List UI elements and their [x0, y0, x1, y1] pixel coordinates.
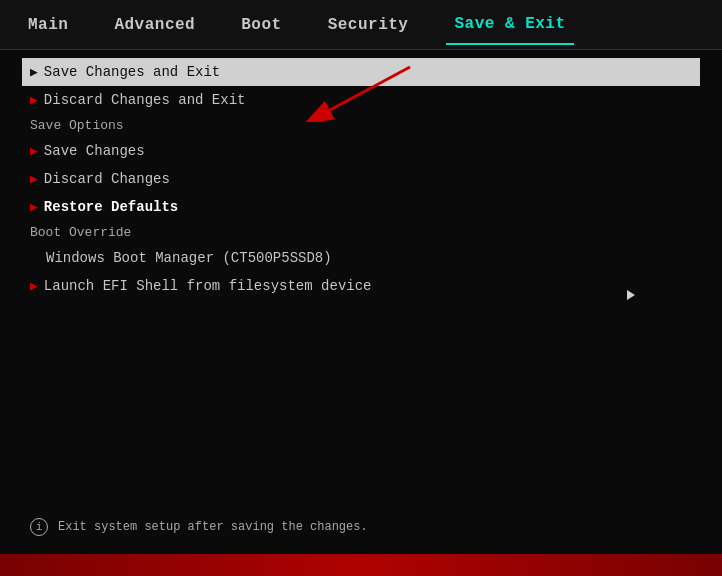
menu-row-discard-changes[interactable]: ▶ Discard Changes	[30, 165, 692, 193]
main-content: ▶ Save Changes and Exit ▶ Discard Change…	[0, 50, 722, 308]
nav-item-advanced[interactable]: Advanced	[106, 6, 203, 44]
menu-row-windows-boot-manager[interactable]: Windows Boot Manager (CT500P5SSD8)	[30, 244, 692, 272]
row-label-save-changes: Save Changes	[44, 143, 145, 159]
row-label-restore-defaults: Restore Defaults	[44, 199, 178, 215]
menu-row-efi-shell[interactable]: ▶ Launch EFI Shell from filesystem devic…	[30, 272, 692, 300]
row-label-discard-exit: Discard Changes and Exit	[44, 92, 246, 108]
bottom-bar	[0, 554, 722, 576]
menu-row-restore-defaults[interactable]: ▶ Restore Defaults	[30, 193, 692, 221]
nav-bar: Main Advanced Boot Security Save & Exit	[0, 0, 722, 50]
row-label-efi-shell: Launch EFI Shell from filesystem device	[44, 278, 372, 294]
row-label-save-exit: Save Changes and Exit	[44, 64, 220, 80]
section-label-save-options: Save Options	[30, 118, 124, 133]
nav-item-save-exit[interactable]: Save & Exit	[446, 5, 573, 45]
footer-text: Exit system setup after saving the chang…	[58, 520, 368, 534]
chevron-icon-2: ▶	[30, 92, 38, 108]
footer: i Exit system setup after saving the cha…	[30, 518, 368, 536]
row-label-windows-boot-manager: Windows Boot Manager (CT500P5SSD8)	[46, 250, 332, 266]
menu-row-save-changes[interactable]: ▶ Save Changes	[30, 137, 692, 165]
row-label-discard-changes: Discard Changes	[44, 171, 170, 187]
nav-item-boot[interactable]: Boot	[233, 6, 289, 44]
nav-item-security[interactable]: Security	[320, 6, 417, 44]
section-label-boot-override: Boot Override	[30, 225, 131, 240]
nav-item-main[interactable]: Main	[20, 6, 76, 44]
section-save-options: Save Options	[30, 114, 692, 137]
chevron-icon-6: ▶	[30, 278, 38, 294]
chevron-icon-5: ▶	[30, 199, 38, 215]
chevron-icon-4: ▶	[30, 171, 38, 187]
chevron-icon-1: ▶	[30, 64, 38, 80]
chevron-icon-3: ▶	[30, 143, 38, 159]
menu-row-save-exit[interactable]: ▶ Save Changes and Exit	[22, 58, 700, 86]
section-boot-override: Boot Override	[30, 221, 692, 244]
menu-row-discard-exit[interactable]: ▶ Discard Changes and Exit	[30, 86, 692, 114]
info-icon: i	[30, 518, 48, 536]
